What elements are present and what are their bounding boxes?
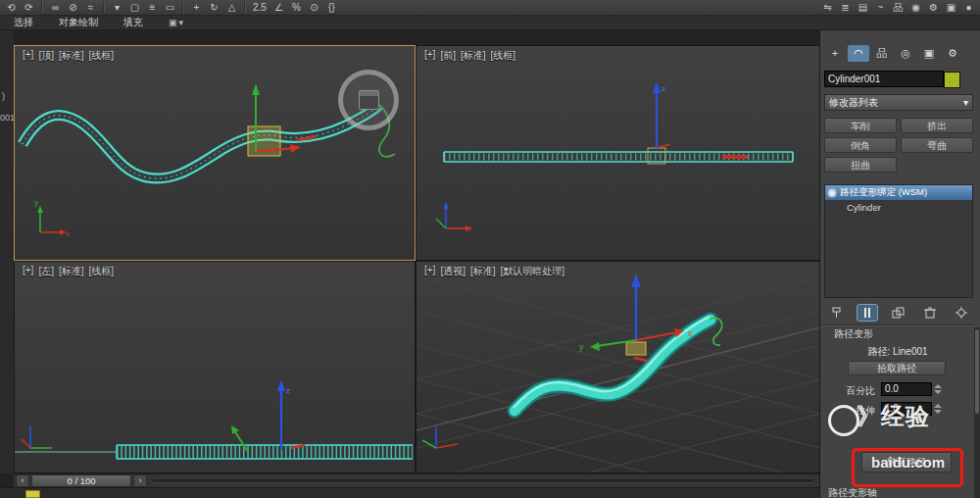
world-axis-y-head — [37, 206, 43, 213]
create-tab[interactable]: + — [824, 45, 846, 62]
viewport-menu-general[interactable]: [+] — [424, 49, 435, 63]
panel-scrollbar[interactable] — [974, 327, 980, 498]
axis-label-x: x — [688, 328, 693, 338]
modifier-list-label: 修改器列表 — [829, 96, 878, 110]
viewport-front[interactable]: [+] [前] [标准] [线框] z — [416, 45, 821, 261]
make-unique-icon[interactable] — [889, 305, 908, 321]
cylinder-shaded-body[interactable] — [514, 320, 710, 411]
pick-path-button[interactable]: 拾取路径 — [848, 361, 946, 375]
stretch-field[interactable]: 1.0 — [881, 402, 932, 416]
viewport-menu-pov[interactable]: [顶] — [38, 49, 54, 63]
modifier-button-extrude[interactable]: 挤出 — [901, 118, 973, 133]
named-selection-sets-icon[interactable]: {} — [326, 0, 337, 15]
viewport-perspective-canvas[interactable]: x y — [416, 262, 820, 473]
rectangular-selection-icon[interactable]: ▭ — [165, 0, 175, 15]
viewport-menu-pov[interactable]: [左] — [38, 265, 54, 278]
render-setup-icon[interactable]: ⚙ — [928, 0, 939, 15]
object-color-swatch[interactable] — [944, 72, 960, 88]
undo-icon[interactable]: ⟲ — [6, 0, 17, 15]
viewport-left[interactable]: [+] [左] [标准] [线框] z — [14, 261, 416, 473]
select-link-icon[interactable]: ∞ — [50, 0, 61, 15]
viewport-menu-standard[interactable]: [标准] — [461, 49, 486, 63]
time-slider-handle[interactable]: 0 / 100 — [31, 474, 131, 487]
ribbon-tab-populate[interactable]: 填充 — [123, 16, 143, 29]
configure-modifier-sets-icon[interactable] — [952, 305, 971, 321]
viewport-menu-general[interactable]: [+] — [23, 265, 33, 278]
viewport-menu-shading[interactable]: [线框] — [89, 265, 115, 278]
select-object-icon[interactable]: ▢ — [129, 0, 140, 15]
pin-stack-icon[interactable] — [826, 305, 846, 321]
schematic-view-icon[interactable]: 品 — [893, 0, 904, 15]
snap-toggle-icon[interactable]: 2.5 — [253, 0, 267, 15]
select-and-rotate-icon[interactable]: ↻ — [209, 0, 220, 15]
viewport-menu-pov[interactable]: [透视] — [440, 265, 466, 278]
unlink-selection-icon[interactable]: ⊘ — [68, 0, 78, 15]
percent-field[interactable]: 0.0 — [881, 382, 932, 396]
material-editor-icon[interactable]: ◉ — [910, 0, 921, 15]
select-and-move-icon[interactable]: + — [191, 0, 202, 15]
trackbar-key[interactable] — [25, 490, 40, 498]
viewport-menu-standard[interactable]: [标准] — [59, 265, 84, 278]
viewport-menu-standard[interactable]: [标准] — [470, 265, 496, 278]
modifier-list-dropdown[interactable]: 修改器列表 ▾ — [824, 94, 973, 111]
layer-manager-icon[interactable]: ▤ — [858, 0, 868, 15]
rendered-frame-icon[interactable]: ▣ — [946, 0, 956, 15]
panel-scrollbar-handle[interactable] — [975, 329, 979, 414]
bind-to-spacewarp-icon[interactable]: ≈ — [85, 0, 96, 15]
select-and-scale-icon[interactable]: △ — [226, 0, 237, 15]
modifier-button-bevel[interactable]: 倒角 — [824, 137, 897, 153]
stack-item-path-deform-binding[interactable]: 路径变形绑定 (WSM) — [825, 185, 972, 200]
next-frame-button[interactable]: › — [133, 474, 147, 487]
viewport-menu-general[interactable]: [+] — [23, 49, 33, 63]
viewport-top[interactable]: [+] [顶] [标准] [线框] y x — [14, 45, 416, 261]
modify-tab[interactable]: ◠ — [848, 45, 869, 62]
time-slider-track[interactable] — [153, 479, 813, 483]
motion-tab[interactable]: ◎ — [895, 45, 916, 62]
world-axis-x — [22, 439, 30, 448]
viewport-menu-shading[interactable]: [默认明暗处理] — [501, 265, 565, 278]
selection-filter-dropdown[interactable]: ▾ — [112, 0, 122, 15]
curve-editor-icon[interactable]: ~ — [875, 0, 886, 15]
ribbon-minimize-dropdown[interactable]: ▣ ▾ — [169, 18, 183, 27]
mirror-icon[interactable]: ⇋ — [822, 0, 833, 15]
transform-gizmo-plane[interactable] — [626, 342, 646, 355]
angle-snap-icon[interactable]: ∠ — [273, 0, 284, 15]
show-end-result-icon[interactable] — [858, 305, 877, 321]
world-axis-y — [422, 440, 436, 448]
stack-item-cylinder[interactable]: Cylinder — [825, 200, 972, 214]
display-tab[interactable]: ▣ — [918, 45, 940, 62]
viewport-menu-pov[interactable]: [前] — [440, 49, 456, 63]
percent-spinner[interactable] — [934, 382, 943, 396]
hierarchy-tab[interactable]: 品 — [871, 45, 893, 62]
object-name-field[interactable] — [824, 71, 944, 87]
modifier-button-twist[interactable]: 扭曲 — [824, 157, 897, 173]
utilities-tab[interactable]: ⚙ — [942, 45, 963, 62]
align-icon[interactable]: ≣ — [840, 0, 851, 15]
spinner-snap-icon[interactable]: ⊙ — [309, 0, 319, 15]
previous-frame-button[interactable]: ‹ — [16, 474, 29, 487]
viewport-left-canvas[interactable]: z — [15, 262, 415, 473]
viewport-menu-shading[interactable]: [线框] — [89, 49, 115, 63]
modifier-button-bend[interactable]: 弯曲 — [901, 137, 973, 153]
ribbon-tab-object-paint[interactable]: 对象绘制 — [59, 16, 98, 29]
gizmo-y-arrowhead — [252, 83, 260, 95]
chevron-down-icon: ▾ — [963, 97, 968, 108]
modifier-visibility-icon[interactable] — [828, 189, 836, 197]
viewport-menu-standard[interactable]: [标准] — [59, 49, 84, 63]
gizmo-y-arrowhead — [590, 342, 600, 351]
viewport-menu-general[interactable]: [+] — [424, 265, 435, 278]
viewport-perspective[interactable]: [+] [透视] [标准] [默认明暗处理] x — [416, 261, 821, 473]
viewport-menu-shading[interactable]: [线框] — [491, 49, 516, 63]
viewport-front-canvas[interactable]: z — [416, 46, 820, 260]
go-to-path-button[interactable]: 转至路径 — [861, 452, 952, 473]
modifier-button-lathe[interactable]: 车削 — [824, 118, 897, 133]
percent-snap-icon[interactable]: % — [291, 0, 302, 15]
stretch-spinner[interactable] — [934, 402, 943, 416]
remove-modifier-icon[interactable] — [920, 305, 940, 321]
track-bar[interactable] — [0, 487, 819, 498]
select-by-name-icon[interactable]: ≡ — [147, 0, 158, 15]
toolbar-separator — [182, 2, 184, 13]
redo-icon[interactable]: ⟳ — [24, 0, 34, 15]
ribbon-tab-select[interactable]: 选择 — [14, 16, 33, 29]
render-icon[interactable]: ● — [963, 0, 974, 15]
